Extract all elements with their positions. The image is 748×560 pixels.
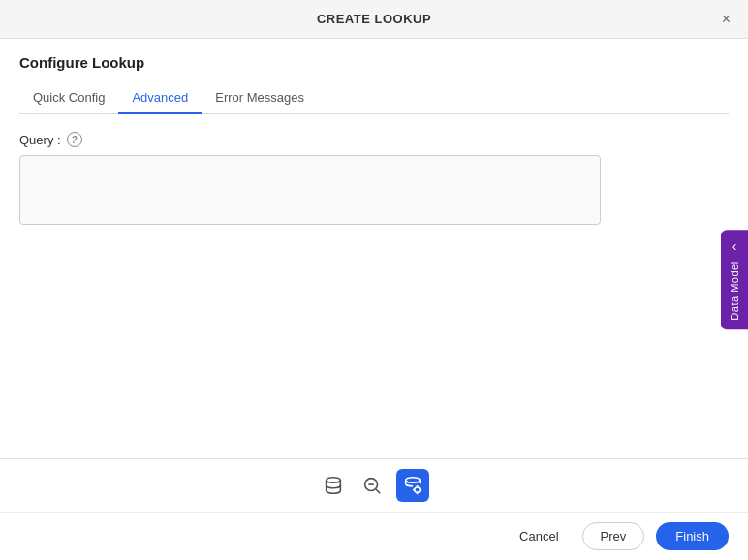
footer-actions: Cancel Prev Finish <box>0 513 748 560</box>
query-label: Query : ? <box>19 132 729 147</box>
prev-button[interactable]: Prev <box>582 522 645 550</box>
section-title: Configure Lookup <box>19 54 729 71</box>
side-panel-chevron: ‹ <box>732 239 737 253</box>
tab-advanced[interactable]: Advanced <box>118 84 202 114</box>
tab-error-messages[interactable]: Error Messages <box>202 84 318 114</box>
side-panel-label: Data Model <box>729 261 740 320</box>
database-icon-button[interactable] <box>319 471 348 500</box>
database-settings-icon-button[interactable] <box>396 469 429 502</box>
svg-point-4 <box>406 478 421 483</box>
dialog-footer: Cancel Prev Finish <box>0 458 748 560</box>
svg-line-2 <box>376 489 380 493</box>
zoom-out-icon-button[interactable] <box>358 471 387 500</box>
dialog-header: CREATE LOOKUP × <box>0 0 748 39</box>
dialog-body: Configure Lookup Quick Config Advanced E… <box>0 39 748 458</box>
svg-point-0 <box>327 478 341 483</box>
tab-quick-config[interactable]: Quick Config <box>19 84 118 114</box>
close-button[interactable]: × <box>718 10 734 29</box>
query-help-icon[interactable]: ? <box>67 132 82 147</box>
dialog-wrapper: CREATE LOOKUP × Configure Lookup Quick C… <box>0 0 748 560</box>
create-lookup-dialog: CREATE LOOKUP × Configure Lookup Quick C… <box>0 0 748 560</box>
data-model-side-panel[interactable]: ‹ Data Model <box>721 230 748 329</box>
tabs-container: Quick Config Advanced Error Messages <box>19 84 729 114</box>
svg-point-5 <box>415 487 421 493</box>
footer-icons <box>0 459 748 513</box>
finish-button[interactable]: Finish <box>656 522 729 550</box>
cancel-button[interactable]: Cancel <box>508 523 570 549</box>
dialog-title: CREATE LOOKUP <box>317 12 431 26</box>
query-textarea[interactable] <box>19 155 601 225</box>
query-label-text: Query : <box>19 133 61 147</box>
